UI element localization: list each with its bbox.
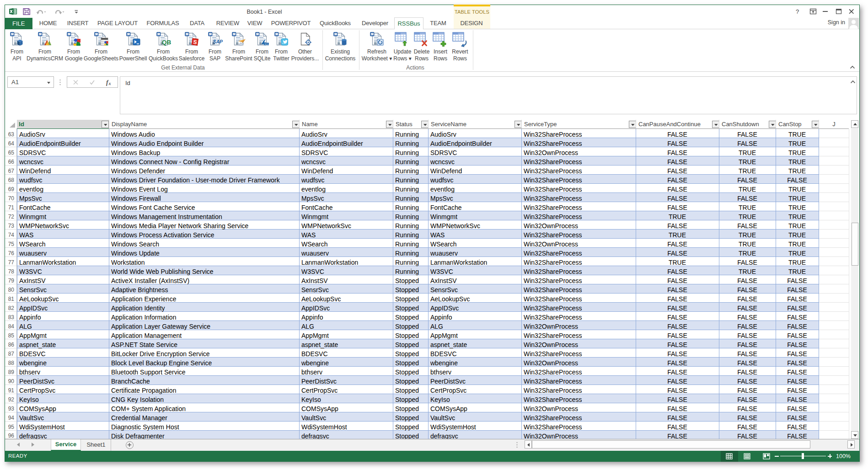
svg-text:?: ? — [796, 8, 799, 15]
svg-text:QB: QB — [162, 39, 171, 46]
svg-text:SQLite: SQLite — [264, 43, 270, 45]
svg-text:x: x — [108, 81, 111, 86]
svg-text:SAP: SAP — [213, 39, 223, 44]
